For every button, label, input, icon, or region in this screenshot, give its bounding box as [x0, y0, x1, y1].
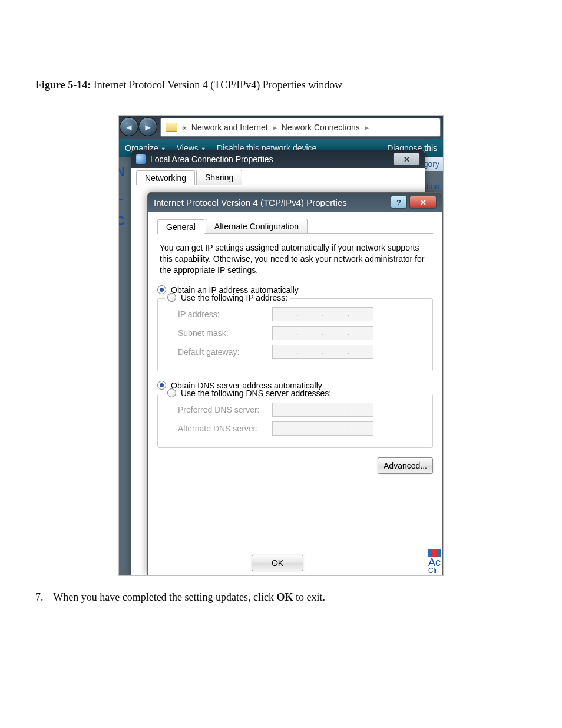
radio-dns-manual[interactable]	[167, 388, 176, 397]
label-ip-address: IP address:	[178, 309, 272, 319]
screenshot: ◄ ► « Network and Internet ▸ Network Con…	[118, 115, 444, 576]
label-default-gateway: Default gateway:	[178, 347, 272, 357]
field-subnet-mask: Subnet mask: ...	[178, 326, 425, 340]
field-alt-dns: Alternate DNS server: ...	[178, 421, 425, 436]
advanced-button[interactable]: Advanced...	[378, 457, 433, 474]
input-default-gateway[interactable]: ...	[272, 345, 373, 359]
back-button[interactable]: ◄	[120, 117, 138, 136]
flag-icon	[428, 549, 441, 557]
input-alt-dns[interactable]: ...	[272, 421, 373, 436]
step-number: 7.	[35, 591, 51, 604]
radio-dns-manual-row[interactable]: Use the following DNS server addresses:	[165, 388, 333, 398]
ipv4-title: Internet Protocol Version 4 (TCP/IPv4) P…	[154, 197, 347, 207]
lac-titlebar: Local Area Connection Properties ✕	[131, 150, 425, 168]
close-button[interactable]: ✕	[409, 196, 437, 209]
corner-fragment: Ac Cli	[428, 549, 441, 575]
nav-buttons: ◄ ►	[119, 116, 158, 138]
ok-button[interactable]: OK	[252, 555, 303, 571]
radio-ip-manual[interactable]	[167, 293, 176, 302]
step-text-bold: OK	[277, 591, 293, 603]
sidebar-fragment: N L C	[118, 159, 125, 233]
figure-label: Figure 5-14:	[35, 79, 91, 91]
folder-icon	[166, 123, 177, 132]
step-text-pre: When you have completed the setting upda…	[53, 591, 276, 603]
forward-button[interactable]: ►	[138, 117, 157, 136]
field-ip-address: IP address: ...	[178, 307, 425, 321]
figure-caption: Figure 5-14: Internet Protocol Version 4…	[35, 79, 527, 91]
ipv4-titlebar: Internet Protocol Version 4 (TCP/IPv4) P…	[148, 193, 442, 212]
label-subnet-mask: Subnet mask:	[178, 328, 272, 338]
field-default-gateway: Default gateway: ...	[178, 345, 425, 359]
ipv4-tabs: General Alternate Configuration	[157, 219, 433, 234]
tab-sharing[interactable]: Sharing	[196, 170, 242, 185]
address-bar[interactable]: « Network and Internet ▸ Network Connect…	[160, 118, 441, 137]
input-pref-dns[interactable]: ...	[272, 403, 373, 417]
label-pref-dns: Preferred DNS server:	[178, 405, 272, 414]
step-text-post: to exit.	[293, 591, 326, 603]
tab-general[interactable]: General	[157, 219, 204, 234]
input-ip-address[interactable]: ...	[272, 307, 373, 321]
breadcrumb-chevrons: «	[182, 123, 187, 132]
lac-title: Local Area Connection Properties	[150, 154, 273, 164]
breadcrumb-sep-1: ▸	[273, 123, 277, 132]
radio-ip-manual-label: Use the following IP address:	[181, 293, 287, 302]
ip-fieldset: Use the following IP address: IP address…	[157, 298, 433, 371]
radio-dns-manual-label: Use the following DNS server addresses:	[181, 388, 331, 398]
dns-fieldset: Use the following DNS server addresses: …	[157, 394, 433, 448]
breadcrumb-seg-2[interactable]: Network Connections	[282, 123, 360, 132]
network-icon	[136, 154, 146, 164]
lac-close-button[interactable]: ✕	[393, 153, 420, 166]
step-7: 7. When you have completed the setting u…	[35, 591, 527, 604]
ipv4-description: You can get IP settings assigned automat…	[160, 242, 431, 276]
tab-alt-conf[interactable]: Alternate Configuration	[206, 219, 308, 233]
lac-tabs: Networking Sharing	[131, 168, 425, 185]
tab-networking[interactable]: Networking	[136, 170, 195, 185]
input-subnet-mask[interactable]: ...	[272, 326, 373, 340]
breadcrumb-seg-1[interactable]: Network and Internet	[191, 123, 268, 132]
field-pref-dns: Preferred DNS server: ...	[178, 403, 425, 417]
ipv4-properties-window: Internet Protocol Version 4 (TCP/IPv4) P…	[147, 192, 443, 575]
figure-text: Internet Protocol Version 4 (TCP/IPv4) P…	[94, 79, 343, 91]
label-alt-dns: Alternate DNS server:	[178, 424, 272, 433]
help-button[interactable]: ?	[391, 196, 407, 209]
breadcrumb-tail: ▸	[365, 123, 369, 132]
radio-ip-manual-row[interactable]: Use the following IP address:	[165, 293, 290, 302]
